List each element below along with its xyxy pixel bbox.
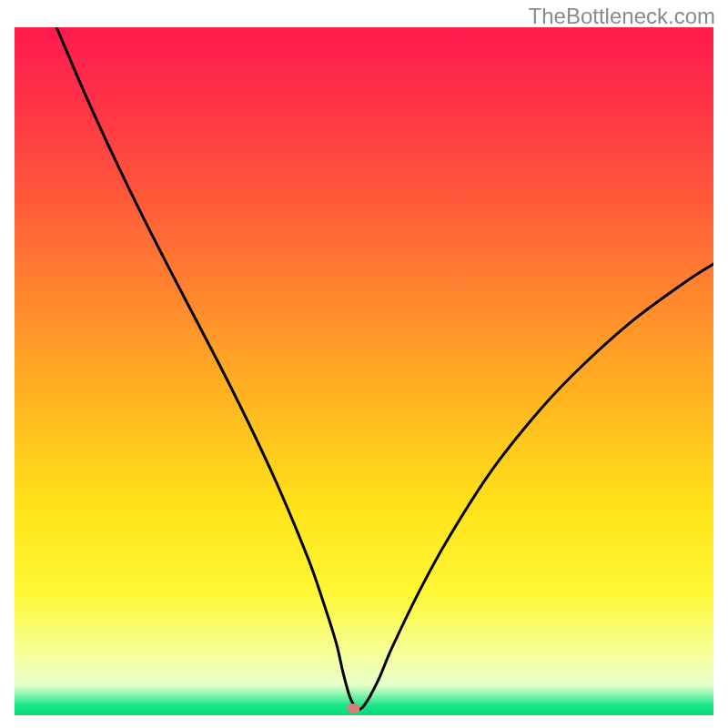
chart-container	[15, 27, 713, 715]
min-point-marker	[348, 703, 360, 713]
bottleneck-chart	[15, 27, 713, 715]
chart-background	[15, 27, 713, 715]
watermark-text: TheBottleneck.com	[529, 4, 715, 29]
